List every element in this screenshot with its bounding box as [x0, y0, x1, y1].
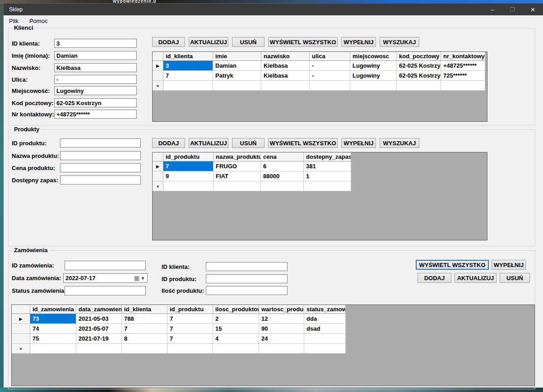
zamowienia-column-header-wartosc_produktu[interactable]: wartosc_produktu: [259, 305, 304, 314]
zamowienia-table-cell[interactable]: 2: [213, 314, 259, 324]
klienci-table-cell[interactable]: -: [310, 71, 350, 81]
klienci-table-cell[interactable]: Patryk: [213, 71, 261, 81]
klienci-table-cell[interactable]: +48725******: [441, 61, 485, 71]
produkty-usu--button[interactable]: USUŃ: [232, 138, 265, 148]
minimize-button[interactable]: –: [482, 4, 502, 15]
zamowienia-table-cell[interactable]: [259, 344, 304, 354]
zamowienia-table-cell[interactable]: 7: [167, 334, 213, 344]
klienci-table-cell[interactable]: 7: [163, 71, 213, 81]
produkty-table-cell[interactable]: 381: [304, 161, 351, 171]
zamowienia-column-header-status_zamowienia[interactable]: status_zamowienia: [304, 305, 346, 314]
produkty-column-header-nazwa_produktu[interactable]: nazwa_produktu: [213, 152, 261, 161]
klienci-table-cell[interactable]: 62-025 Kostrzyn: [397, 61, 441, 71]
zamowienia-table-cell[interactable]: [122, 344, 167, 354]
klienci-column-header-nr_kontaktowy[interactable]: nr_kontaktowy: [441, 52, 485, 61]
produkty-column-header-cena[interactable]: cena: [261, 152, 304, 161]
klienci-table-cell[interactable]: Kielbasa: [261, 61, 310, 71]
klienci-column-header-ulica[interactable]: ulica: [310, 52, 350, 61]
klienci-wyszukaj-button[interactable]: WYSZUKAJ: [380, 37, 419, 47]
klienci-aktualizuj-button[interactable]: AKTUALIZUJ: [189, 37, 228, 47]
klienci-table-cell[interactable]: [261, 81, 310, 91]
zamowienia-ilosc-produktu-input[interactable]: [206, 286, 288, 295]
klienci-table-cell[interactable]: [310, 81, 350, 91]
zamowienia-table-cell[interactable]: [167, 344, 213, 354]
produkty-table-cell[interactable]: 88000: [261, 171, 304, 181]
klienci-row-header[interactable]: [153, 71, 163, 81]
klienci-table-cell[interactable]: Lugowiny: [350, 71, 397, 81]
zamowienia-table-cell[interactable]: 2021-05-07: [76, 324, 122, 334]
zamowienia-wy-wietl-wszystko-button[interactable]: WYŚWIETL WSZYSTKO: [416, 260, 489, 270]
produkty-table-cell[interactable]: 9: [163, 171, 213, 181]
produkty-dodaj-button[interactable]: DODAJ: [152, 138, 185, 148]
klienci-table-cell[interactable]: 725******: [441, 71, 485, 81]
zamowienia-grid-corner-cell[interactable]: [12, 305, 30, 314]
zamowienia-table-cell[interactable]: 12: [259, 314, 304, 324]
zamowienia-table-cell[interactable]: 7: [167, 314, 213, 324]
calendar-icon[interactable]: ▦: [134, 275, 139, 281]
zamowienia-aktualizuj-button[interactable]: AKTUALIZUJ: [455, 273, 497, 283]
zamowienia-table-cell[interactable]: 8: [122, 334, 167, 344]
zamowienia-table-cell[interactable]: [304, 334, 346, 344]
produkty-column-header-id_produktu[interactable]: id_produktu: [163, 152, 213, 161]
klienci-id-klienta-input[interactable]: [54, 39, 137, 48]
produkty-table-cell[interactable]: [261, 181, 304, 191]
produkty-table-cell[interactable]: 1: [304, 171, 351, 181]
klienci-ulica-input[interactable]: [54, 75, 137, 84]
klienci-miejscowosc-input[interactable]: [54, 86, 137, 95]
zamowienia-table-cell[interactable]: 7: [122, 324, 167, 334]
klienci-kod-pocztowy-input[interactable]: [54, 98, 137, 107]
zamowienia-wype-nij-button[interactable]: WYPEŁNIJ: [492, 260, 526, 270]
produkty-dostepny-zapas-input[interactable]: [60, 175, 141, 184]
zamowienia-column-header-data_zamowienia[interactable]: data_zamowienia: [76, 305, 122, 314]
zamowienia-id-zamowienia-input[interactable]: [65, 261, 146, 270]
zamowienia-table-cell[interactable]: 75: [30, 334, 76, 344]
zamowienia-table-cell[interactable]: 15: [213, 324, 259, 334]
zamowienia-table-cell[interactable]: 90: [259, 324, 304, 334]
zamowienia-data-zamowienia-datepicker[interactable]: ▦▼: [63, 273, 148, 283]
zamowienia-table-cell[interactable]: 4: [213, 334, 259, 344]
zamowienia-table-cell[interactable]: [30, 344, 76, 354]
klienci-nazwisko-input[interactable]: [54, 63, 137, 72]
zamowienia-status-zamowienia-input[interactable]: [65, 286, 146, 295]
zamowienia-row-header[interactable]: ▶: [12, 314, 30, 324]
zamowienia-id-klienta-input[interactable]: [206, 262, 288, 271]
produkty-row-header[interactable]: [153, 171, 163, 181]
klienci-table-cell[interactable]: Damian: [213, 61, 261, 71]
close-button[interactable]: ✕: [523, 4, 543, 15]
zamowienia-table-cell[interactable]: dsad: [304, 324, 346, 334]
klienci-row-header[interactable]: ▶: [153, 61, 163, 71]
klienci-new-row-header[interactable]: *: [153, 81, 163, 91]
klienci-wy-wietl-wszystko-button[interactable]: WYŚWIETL WSZYSTKO: [268, 37, 338, 47]
zamowienia-dodaj-button[interactable]: DODAJ: [418, 273, 451, 283]
produkty-table-cell[interactable]: FRUGO: [213, 161, 261, 171]
produkty-table-cell[interactable]: 7: [163, 161, 213, 171]
klienci-table-cell[interactable]: -: [310, 61, 350, 71]
zamowienia-table-cell[interactable]: [213, 344, 259, 354]
produkty-table-cell[interactable]: [304, 181, 351, 191]
klienci-table-cell[interactable]: [163, 81, 213, 91]
klienci-table-cell[interactable]: [397, 81, 441, 91]
produkty-table-cell[interactable]: FIAT: [213, 171, 261, 181]
produkty-nazwa-produktu-input[interactable]: [60, 151, 141, 160]
produkty-row-header[interactable]: ▶: [153, 161, 163, 171]
klienci-table-cell[interactable]: 62-025 Kostrzyn: [397, 71, 441, 81]
klienci-column-header-nazwisko[interactable]: nazwisko: [261, 52, 310, 61]
zamowienia-row-header[interactable]: [12, 324, 30, 334]
zamowienia-id-produktu-input[interactable]: [206, 274, 288, 283]
klienci-column-header-imie[interactable]: imie: [213, 52, 261, 61]
klienci-table-cell[interactable]: [350, 81, 397, 91]
klienci-nr-kontaktowy-input[interactable]: [54, 110, 137, 119]
klienci-dodaj-button[interactable]: DODAJ: [152, 37, 185, 47]
klienci-grid-corner-cell[interactable]: [153, 52, 163, 61]
produkty-column-header-dostepny_zapas[interactable]: dostepny_zapas: [304, 152, 351, 161]
zamowienia-table-cell[interactable]: [76, 344, 122, 354]
produkty-aktualizuj-button[interactable]: AKTUALIZUJ: [189, 138, 228, 148]
zamowienia-column-header-id_klienta[interactable]: id_klienta: [122, 305, 167, 314]
klienci-column-header-kod_pocztowy[interactable]: kod_pocztowy: [397, 52, 441, 61]
klienci-column-header-id_klienta[interactable]: id_klienta: [163, 52, 213, 61]
zamowienia-table-cell[interactable]: 24: [259, 334, 304, 344]
zamowienia-data-zamowienia-input[interactable]: [64, 275, 134, 281]
zamowienia-table-cell[interactable]: 74: [30, 324, 76, 334]
zamowienia-usu--button[interactable]: USUŃ: [500, 273, 530, 283]
produkty-wy-wietl-wszystko-button[interactable]: WYŚWIETL WSZYSTKO: [268, 138, 338, 148]
